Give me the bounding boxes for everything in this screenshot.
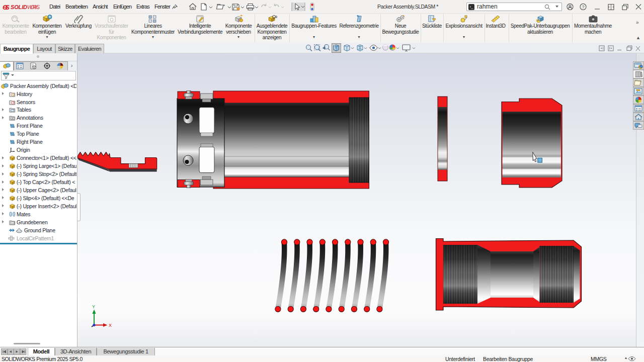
svg-text:WORKS: WORKS <box>27 4 40 10</box>
svg-text:?: ? <box>582 5 585 10</box>
svg-text:Y: Y <box>92 304 95 309</box>
svg-text:ƟS: ƟS <box>3 4 10 11</box>
svg-text:X: X <box>109 323 112 328</box>
svg-text:SOLID: SOLID <box>11 4 27 10</box>
